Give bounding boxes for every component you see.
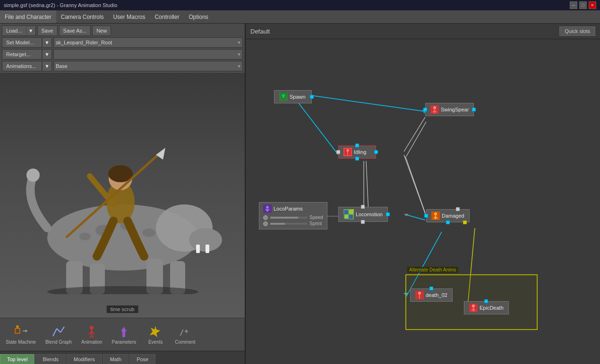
animations-select-wrapper: Base ▼ bbox=[53, 61, 243, 71]
tool-comment[interactable]: /* Comment bbox=[173, 323, 197, 346]
comment-label: Comment bbox=[175, 339, 195, 345]
idling-conn-left bbox=[336, 150, 340, 154]
node-idling[interactable]: Idling bbox=[338, 145, 376, 159]
loco-sprint-circle bbox=[263, 221, 268, 226]
svg-marker-69 bbox=[281, 94, 286, 100]
tab-top-level[interactable]: Top level bbox=[0, 354, 34, 364]
tool-state-machine[interactable]: State Machine bbox=[4, 323, 38, 346]
swing-spear-label: SwingSpear bbox=[441, 107, 469, 112]
svg-point-21 bbox=[142, 229, 155, 237]
close-button[interactable]: ✕ bbox=[589, 1, 596, 9]
set-model-button[interactable]: Set Model... bbox=[2, 37, 42, 48]
minimize-button[interactable]: ─ bbox=[570, 1, 577, 9]
idling-icon bbox=[343, 148, 352, 156]
bottom-tabs: Top level Blends Modifiers Math Pose bbox=[0, 351, 245, 364]
left-panel: Load... ▼ Save Save As... New Set Model.… bbox=[0, 24, 246, 364]
node-epic-death[interactable]: EpicDeath bbox=[464, 301, 509, 314]
new-button[interactable]: New bbox=[92, 25, 111, 36]
svg-point-36 bbox=[16, 325, 19, 328]
death-02-label: death_02 bbox=[426, 292, 447, 298]
save-button[interactable]: Save bbox=[37, 25, 58, 36]
node-damaged[interactable]: Damaged bbox=[426, 209, 470, 222]
svg-line-57 bbox=[366, 161, 369, 213]
set-model-group: Set Model... ▼ bbox=[2, 37, 52, 48]
bottom-toolbar: State Machine Blend Graph bbox=[0, 318, 245, 351]
tool-blend-graph[interactable]: Blend Graph bbox=[43, 323, 74, 346]
load-button[interactable]: Load... bbox=[2, 25, 26, 36]
retarget-select[interactable] bbox=[53, 49, 243, 59]
toolbar-row-3: Retarget... ▼ ▼ bbox=[2, 49, 243, 59]
locomotion-conn-bottom bbox=[361, 220, 365, 224]
death-02-icon bbox=[415, 291, 424, 299]
damaged-conn-bottom bbox=[446, 220, 450, 224]
svg-marker-66 bbox=[404, 214, 409, 216]
state-machine-label: State Machine bbox=[6, 339, 36, 345]
svg-line-54 bbox=[404, 117, 425, 152]
svg-rect-80 bbox=[344, 215, 348, 219]
node-locomotion[interactable]: Locomotion bbox=[338, 207, 388, 222]
retarget-dropdown[interactable]: ▼ bbox=[42, 49, 52, 59]
tool-animation[interactable]: Animation bbox=[79, 323, 104, 346]
blend-graph-label: Blend Graph bbox=[45, 339, 72, 345]
menu-camera-controls[interactable]: Camera Controls bbox=[56, 10, 109, 23]
svg-line-53 bbox=[307, 95, 425, 111]
node-death-02[interactable]: death_02 bbox=[410, 288, 453, 302]
loco-speed-bar[interactable] bbox=[270, 216, 308, 219]
damaged-conn-left bbox=[424, 214, 428, 218]
svg-marker-77 bbox=[265, 209, 270, 212]
menu-options[interactable]: Options bbox=[184, 10, 213, 23]
tab-blends[interactable]: Blends bbox=[35, 354, 66, 364]
spawn-icon bbox=[279, 93, 288, 101]
right-panel: Default Quick slots bbox=[246, 24, 600, 364]
toolbar-row-2: Set Model... ▼ sk_Leopard_Rider_Root ▼ bbox=[2, 37, 243, 48]
menubar: File and Character Camera Controls User … bbox=[0, 10, 600, 24]
toolbar-row-4: Animations... ▼ Base ▼ bbox=[2, 61, 243, 71]
viewport[interactable]: time scrub bbox=[0, 74, 245, 318]
comment-icon: /* bbox=[178, 324, 192, 339]
node-loco-params[interactable]: LocoParams Speed Sprint bbox=[259, 202, 327, 229]
node-swing-spear[interactable]: SwingSpear bbox=[425, 103, 474, 116]
retarget-button[interactable]: Retarget... bbox=[2, 49, 42, 59]
svg-point-70 bbox=[433, 106, 436, 109]
menu-file-character[interactable]: File and Character bbox=[0, 10, 56, 23]
svg-line-55 bbox=[406, 122, 426, 156]
svg-text:/*: /* bbox=[180, 328, 189, 337]
svg-rect-35 bbox=[15, 329, 20, 333]
toolbar-row-1: Load... ▼ Save Save As... New bbox=[2, 25, 243, 36]
epic-death-icon bbox=[469, 304, 478, 312]
model-select-wrapper: sk_Leopard_Rider_Root ▼ bbox=[53, 37, 243, 48]
menu-user-macros[interactable]: User Macros bbox=[108, 10, 150, 23]
viewport-bg: time scrub bbox=[0, 74, 245, 318]
save-as-button[interactable]: Save As... bbox=[59, 25, 91, 36]
animations-select[interactable]: Base bbox=[53, 61, 243, 71]
loco-speed-row: Speed bbox=[263, 215, 323, 220]
idling-conn-right bbox=[374, 150, 378, 154]
set-model-dropdown[interactable]: ▼ bbox=[42, 37, 52, 48]
node-spawn[interactable]: Spawn bbox=[274, 90, 312, 103]
load-group: Load... ▼ bbox=[2, 25, 36, 36]
svg-rect-49 bbox=[122, 331, 125, 337]
time-scrub-label[interactable]: time scrub bbox=[107, 305, 138, 313]
quick-slots-button[interactable]: Quick slots bbox=[559, 26, 595, 36]
swing-spear-icon bbox=[430, 105, 439, 114]
loco-sprint-bar[interactable] bbox=[270, 222, 308, 225]
tab-math[interactable]: Math bbox=[103, 354, 129, 364]
titlebar: simple.gsf (sedna.gr2) - Granny Animatio… bbox=[0, 0, 600, 10]
load-dropdown[interactable]: ▼ bbox=[26, 25, 36, 36]
svg-line-58 bbox=[404, 155, 426, 216]
menu-controller[interactable]: Controller bbox=[150, 10, 184, 23]
model-select[interactable]: sk_Leopard_Rider_Root bbox=[53, 37, 243, 48]
graph-canvas[interactable]: Spawn SwingSpear bbox=[246, 39, 600, 364]
tool-events[interactable]: Events bbox=[144, 323, 167, 346]
tool-parameters[interactable]: Parameters bbox=[110, 323, 138, 346]
svg-rect-17 bbox=[196, 245, 200, 253]
tab-pose[interactable]: Pose bbox=[129, 354, 155, 364]
animations-dropdown[interactable]: ▼ bbox=[42, 61, 52, 71]
maximize-button[interactable]: □ bbox=[579, 1, 587, 9]
state-machine-icon bbox=[14, 324, 28, 339]
damaged-conn-top bbox=[456, 207, 460, 211]
svg-point-88 bbox=[472, 305, 475, 307]
animations-button[interactable]: Animations... bbox=[2, 61, 42, 71]
tab-modifiers[interactable]: Modifiers bbox=[67, 354, 102, 364]
epic-death-conn-top bbox=[484, 299, 488, 303]
